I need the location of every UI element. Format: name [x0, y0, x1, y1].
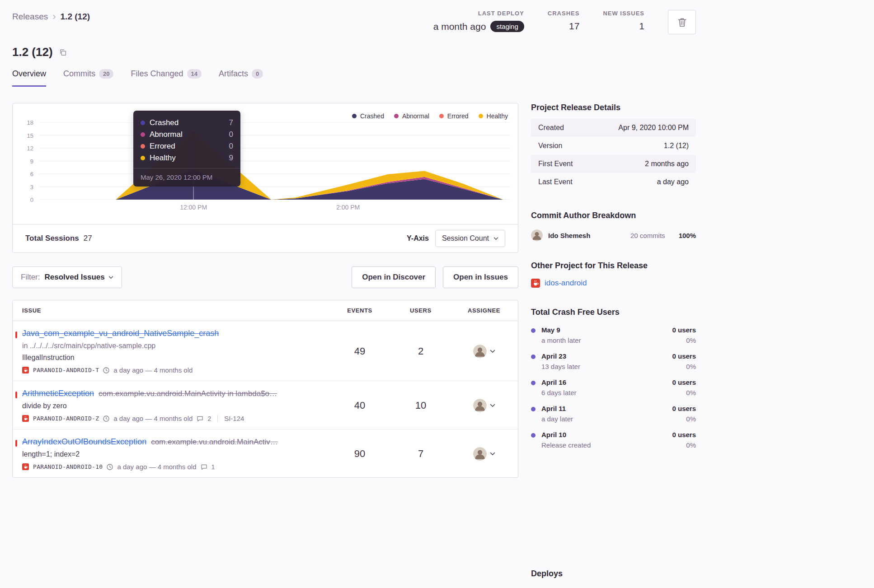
tab-count-badge: 20 — [99, 69, 113, 79]
total-sessions: Total Sessions27 — [25, 234, 92, 243]
breadcrumb-releases-link[interactable]: Releases — [12, 12, 48, 22]
issue-users-count: 10 — [391, 400, 450, 411]
timeline-bullet — [531, 407, 536, 411]
issue-events-count: 90 — [328, 448, 391, 460]
crash-free-percent: 0% — [672, 363, 696, 370]
tab-count-badge: 0 — [252, 69, 263, 79]
copy-version-button[interactable] — [58, 48, 67, 57]
tab-files-changed[interactable]: Files Changed14 — [131, 69, 202, 87]
release-stats: LAST DEPLOY a month ago staging CRASHES … — [433, 10, 696, 34]
y-axis-tick-label: 6 — [30, 171, 33, 177]
legend-item-healthy[interactable]: Healthy — [479, 112, 508, 120]
y-axis-select[interactable]: Session Count — [435, 230, 505, 247]
y-axis-tick-label: 3 — [30, 183, 33, 190]
open-in-discover-button[interactable]: Open in Discover — [352, 266, 436, 288]
chevron-down-icon — [490, 350, 495, 353]
release-detail-page: Releases › 1.2 (12) LAST DEPLOY a month … — [0, 0, 708, 579]
comments-count: 2 — [207, 415, 211, 422]
issue-events-count: 49 — [328, 345, 391, 357]
tab-artifacts[interactable]: Artifacts0 — [219, 69, 263, 87]
title-row: 1.2 (12) — [12, 45, 696, 59]
staging-badge: staging — [490, 21, 524, 32]
tooltip-series-dot — [141, 121, 145, 125]
trash-icon — [678, 18, 686, 27]
chevron-down-icon — [493, 237, 498, 240]
tooltip-series-values: Crashed7Abnormal0Errored0Healthy9 — [141, 117, 233, 164]
assignee-avatar — [473, 447, 487, 461]
timeline-sublabel: a day later — [541, 415, 672, 423]
author-name: Ido Shemesh — [548, 232, 630, 239]
issue-culprit-inline: com.example.vu.android.MainActivity in l… — [99, 389, 277, 398]
breadcrumb-separator-icon: › — [52, 12, 56, 22]
issue-title-link[interactable]: ArithmeticException — [22, 389, 94, 398]
tab-count-badge: 14 — [187, 69, 202, 79]
legend-item-crashed[interactable]: Crashed — [352, 112, 384, 120]
release-detail-row: Version1.2 (12) — [531, 137, 696, 155]
chart-footer: Total Sessions27 Y-Axis Session Count — [13, 224, 518, 252]
issue-title: ArrayIndexOutOfBoundsExceptioncom.exampl… — [22, 437, 317, 447]
tooltip-series-label: Crashed — [150, 118, 225, 127]
tab-overview[interactable]: Overview — [12, 69, 46, 87]
detail-value: a day ago — [657, 178, 689, 186]
legend-item-abnormal[interactable]: Abnormal — [394, 112, 429, 120]
detail-label: Created — [538, 124, 564, 132]
assignee-dropdown[interactable] — [450, 447, 518, 461]
tooltip-row-crashed: Crashed7 — [141, 117, 233, 129]
release-detail-row: Last Eventa day ago — [531, 173, 696, 191]
release-sidebar: Project Release Details CreatedApr 9, 20… — [531, 103, 696, 579]
issue-title-link[interactable]: ArrayIndexOutOfBoundsException — [22, 437, 146, 446]
delete-release-button[interactable] — [668, 10, 696, 34]
open-in-issues-button[interactable]: Open in Issues — [443, 266, 518, 288]
timeline-sublabel: 6 days later — [541, 389, 672, 397]
issues-toolbar: Filter: Resolved Issues Open in Discover… — [12, 266, 518, 288]
issues-table-card: ISSUE EVENTS USERS ASSIGNEE Java_com_exa… — [12, 300, 518, 478]
detail-value: 1.2 (12) — [664, 142, 689, 150]
tab-label: Artifacts — [219, 69, 248, 79]
issue-annotation-link[interactable]: SI-124 — [224, 415, 244, 422]
x-axis-tick-label: 12:00 PM — [180, 204, 207, 211]
tooltip-series-label: Abnormal — [150, 130, 225, 139]
tooltip-row-abnormal: Abnormal0 — [141, 129, 233, 140]
crash-free-users: 0 users — [672, 352, 696, 360]
chart-y-axis: 0369121518 — [13, 122, 33, 200]
issue-culprit-inline: com.example.vu.android.MainActiv… — [151, 438, 278, 446]
timeline-bullet — [531, 355, 536, 359]
tooltip-row-errored: Errored0 — [141, 140, 233, 152]
timeline-date: April 16 — [541, 378, 672, 386]
issues-table-header: ISSUE EVENTS USERS ASSIGNEE — [13, 300, 518, 321]
y-axis-tick-label: 18 — [27, 119, 33, 126]
issue-title-link[interactable]: Java_com_example_vu_android_NativeSample… — [22, 329, 219, 338]
issue-age: a day ago — 4 months old — [113, 366, 193, 374]
issue-culprit: in ../../../../src/main/cpp/native-sampl… — [22, 342, 317, 350]
timeline-date: April 10 — [541, 431, 672, 439]
chevron-down-icon — [490, 404, 495, 407]
legend-label: Crashed — [360, 112, 384, 120]
assignee-dropdown[interactable] — [450, 399, 518, 412]
crash-free-row: April 11a day later0 users0% — [531, 405, 696, 423]
tooltip-series-dot — [141, 156, 145, 160]
other-project-link[interactable]: idos-android — [545, 279, 587, 288]
tooltip-series-dot — [141, 144, 145, 149]
assignee-dropdown[interactable] — [450, 345, 518, 358]
y-axis-tick-label: 12 — [27, 145, 33, 152]
author-avatar — [531, 229, 543, 241]
legend-item-errored[interactable]: Errored — [439, 112, 469, 120]
clock-icon — [107, 464, 113, 470]
issue-message: divide by zero — [22, 402, 317, 410]
tooltip-row-healthy: Healthy9 — [141, 152, 233, 164]
comments-icon — [201, 464, 207, 470]
author-commit-count: 20 commits — [630, 232, 665, 239]
crash-free-row: April 2313 days later0 users0% — [531, 352, 696, 370]
timeline-sublabel: a month later — [541, 336, 672, 344]
detail-label: First Event — [538, 160, 573, 168]
tooltip-series-value: 0 — [229, 130, 233, 139]
issue-cell: ArrayIndexOutOfBoundsExceptioncom.exampl… — [13, 437, 328, 471]
crash-free-percent: 0% — [672, 415, 696, 423]
stat-label: LAST DEPLOY — [433, 10, 524, 17]
release-detail-row: First Event2 months ago — [531, 155, 696, 173]
tab-commits[interactable]: Commits20 — [63, 69, 113, 87]
issue-meta: PARANOID-ANDROID-Ta day ago — 4 months o… — [22, 366, 317, 374]
issues-filter-dropdown[interactable]: Filter: Resolved Issues — [12, 266, 122, 288]
legend-label: Abnormal — [402, 112, 429, 120]
timeline-date: May 9 — [541, 326, 672, 334]
